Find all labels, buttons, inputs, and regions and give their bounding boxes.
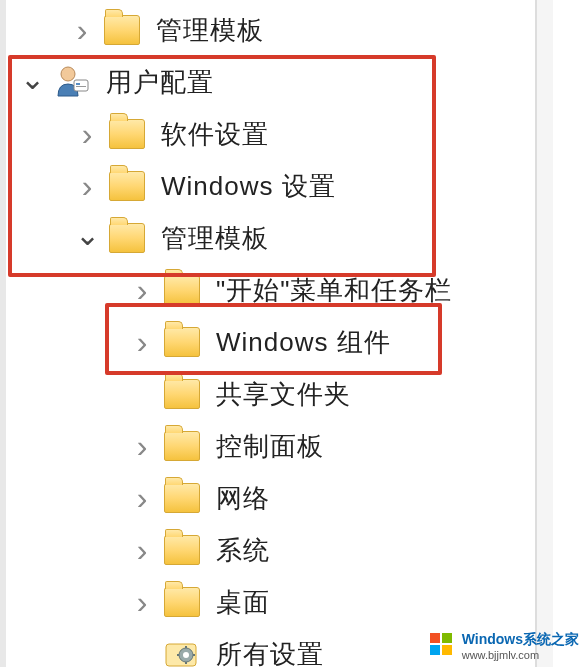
tree-item-label: 桌面 [216,585,270,620]
folder-icon [162,324,202,360]
scrollbar-right[interactable] [535,0,553,667]
svg-rect-8 [442,633,452,643]
folder-icon [162,480,202,516]
folder-icon [107,220,147,256]
svg-rect-9 [430,645,440,655]
tree-item-software-settings[interactable]: 软件设置 [8,108,583,160]
chevron-expanded-icon[interactable] [18,69,46,95]
tree-item-windows-settings[interactable]: Windows 设置 [8,160,583,212]
chevron-collapsed-icon[interactable] [128,480,156,517]
svg-rect-3 [76,86,86,87]
folder-icon [162,272,202,308]
user-icon [52,64,92,100]
folder-icon [107,168,147,204]
folder-icon [162,376,202,412]
chevron-collapsed-icon[interactable] [128,324,156,361]
svg-point-0 [61,67,75,81]
chevron-collapsed-icon[interactable] [128,428,156,465]
policy-tree: 管理模板 用户配置 软件设置 Windows 设置 管理模板 "开始"菜单和任务… [0,0,583,667]
tree-item-label: "开始"菜单和任务栏 [216,273,452,308]
folder-icon [162,532,202,568]
watermark-main: Windows系统之家 [462,631,579,647]
folder-icon [162,428,202,464]
folder-icon [102,12,142,48]
svg-rect-7 [430,633,440,643]
chevron-collapsed-icon[interactable] [128,532,156,569]
gear-icon [162,636,202,667]
chevron-collapsed-icon[interactable] [73,116,101,153]
tree-item-label: 管理模板 [156,13,264,48]
chevron-collapsed-icon[interactable] [73,168,101,205]
tree-item-label: 网络 [216,481,270,516]
tree-item-label: 软件设置 [161,117,269,152]
tree-item-label: 共享文件夹 [216,377,351,412]
tree-item-admin-templates-top[interactable]: 管理模板 [8,4,583,56]
watermark-url: www.bjjmlv.com [462,649,579,661]
tree-item-desktop[interactable]: 桌面 [8,576,583,628]
svg-point-6 [183,652,189,658]
chevron-collapsed-icon[interactable] [68,12,96,49]
svg-rect-1 [74,80,88,91]
svg-rect-10 [442,645,452,655]
tree-item-control-panel[interactable]: 控制面板 [8,420,583,472]
watermark: Windows系统之家 www.bjjmlv.com [428,630,579,661]
folder-icon [107,116,147,152]
tree-item-network[interactable]: 网络 [8,472,583,524]
tree-item-label: 所有设置 [216,637,324,668]
windows-logo-icon [428,630,456,661]
watermark-text: Windows系统之家 www.bjjmlv.com [462,631,579,661]
tree-item-label: 控制面板 [216,429,324,464]
tree-item-label: Windows 设置 [161,169,336,204]
svg-rect-2 [76,83,80,85]
scrollbar-left [0,0,6,667]
tree-item-label: 管理模板 [161,221,269,256]
tree-item-label: 系统 [216,533,270,568]
chevron-collapsed-icon[interactable] [128,584,156,621]
folder-icon [162,584,202,620]
tree-item-label: 用户配置 [106,65,214,100]
tree-item-label: Windows 组件 [216,325,391,360]
tree-item-windows-components[interactable]: Windows 组件 [8,316,583,368]
tree-item-start-taskbar[interactable]: "开始"菜单和任务栏 [8,264,583,316]
tree-item-admin-templates[interactable]: 管理模板 [8,212,583,264]
chevron-collapsed-icon[interactable] [128,272,156,309]
tree-item-system[interactable]: 系统 [8,524,583,576]
tree-item-user-config[interactable]: 用户配置 [8,56,583,108]
tree-item-shared-folders[interactable]: 共享文件夹 [8,368,583,420]
chevron-expanded-icon[interactable] [73,225,101,251]
